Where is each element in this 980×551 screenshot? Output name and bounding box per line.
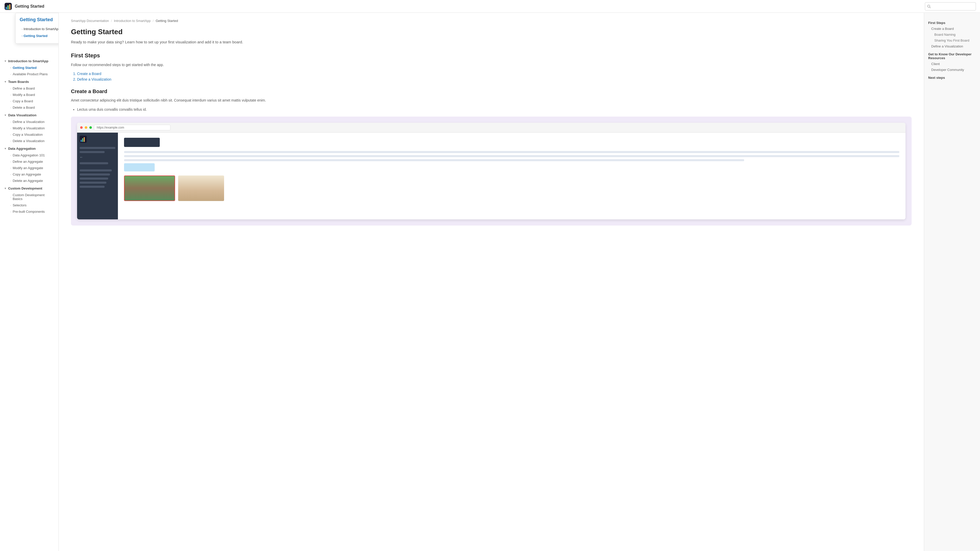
sidebar-item-prebuilt[interactable]: Pre-built Components (6, 208, 59, 215)
sidebar-item-copy-board[interactable]: Copy a Board (6, 98, 59, 104)
sidebar-section-header-intro[interactable]: ▼ Introduction to SmartApp (0, 58, 59, 65)
browser-images (124, 176, 899, 201)
sidebar-item-delete-board[interactable]: Delete a Board (6, 104, 59, 111)
logo[interactable]: Getting Started (4, 2, 45, 11)
browser-logo-icon (80, 136, 87, 143)
toc-item-dev-resources[interactable]: Get to Know Our Developer Resources (928, 51, 976, 61)
create-board-text: Amet consectetur adipiscing elit duis tr… (71, 97, 912, 103)
breadcrumb-sep-1: / (111, 19, 112, 23)
sidebar-item-delete-agg[interactable]: Delete an Aggregate (6, 178, 59, 184)
app-title: Getting Started (15, 4, 45, 9)
sidebar-section-items-custom-dev: Custom Development Basics Selectors Pre-… (0, 192, 59, 215)
dropdown-item-intro[interactable]: Introduction to SmartApp (20, 25, 59, 32)
sidebar-section-label-team-boards: Team Boards (8, 80, 29, 84)
browser-menu-item-3 (80, 178, 108, 179)
dropdown-title: Getting Started (20, 17, 59, 22)
bullet-1: Lectus urna duis convallis convallis tel… (77, 107, 912, 111)
search-icon (927, 5, 931, 8)
browser-menu-item-2 (80, 173, 110, 176)
search-button[interactable] (925, 2, 976, 11)
browser-main-btn (124, 138, 160, 147)
browser-sidebar-bar-3 (80, 162, 108, 164)
left-sidebar: Getting Started Introduction to SmartApp… (0, 13, 59, 551)
sidebar-item-modify-board[interactable]: Modify a Board (6, 92, 59, 98)
first-steps-heading: First Steps (71, 52, 912, 59)
step-1-create-board[interactable]: Create a Board (77, 72, 912, 76)
sidebar-item-selectors[interactable]: Selectors (6, 202, 59, 208)
sidebar-item-define-board[interactable]: Define a Board (6, 85, 59, 92)
sidebar-item-delete-viz[interactable]: Delete a Visualization (6, 138, 59, 144)
sidebar-section-label-data-viz: Data Visualization (8, 113, 37, 117)
browser-url-bar[interactable]: https://example.com (94, 125, 170, 130)
sidebar-item-agg-101[interactable]: Data Aggregation 101 (6, 152, 59, 159)
svg-rect-9 (84, 137, 85, 142)
chevron-down-icon-3: ▼ (4, 114, 6, 117)
create-board-bullets: Lectus urna duis convallis convallis tel… (71, 107, 912, 111)
breadcrumb-current: Getting Started (156, 19, 178, 23)
create-board-heading: Create a Board (71, 89, 912, 94)
svg-rect-3 (9, 4, 11, 10)
sidebar-section-header-team-boards[interactable]: ▼ Team Boards (0, 78, 59, 85)
sidebar-item-define-agg[interactable]: Define an Aggregate (6, 159, 59, 165)
page-title: Getting Started (71, 28, 912, 36)
sidebar-section-label-custom-dev: Custom Development (8, 186, 42, 190)
svg-rect-1 (6, 7, 7, 10)
sidebar-item-define-viz[interactable]: Define a Visualization (6, 119, 59, 125)
browser-dot-yellow (85, 126, 87, 129)
toc-item-define-viz[interactable]: Define a Visualization (928, 43, 976, 49)
chevron-down-icon-2: ▼ (4, 80, 6, 83)
main-content: SmartApp Documentation / Introduction to… (59, 13, 924, 551)
sidebar-section-data-viz: ▼ Data Visualization Define a Visualizat… (0, 112, 59, 144)
top-nav: Getting Started (0, 0, 980, 13)
sidebar-item-modify-agg[interactable]: Modify an Aggregate (6, 165, 59, 171)
search-area (925, 2, 976, 11)
sidebar-item-modify-viz[interactable]: Modify a Visualization (6, 125, 59, 131)
chevron-down-icon: ▼ (4, 60, 6, 62)
toc-item-first-steps[interactable]: First Steps (928, 20, 976, 26)
browser-bar: https://example.com (77, 123, 905, 133)
breadcrumb: SmartApp Documentation / Introduction to… (71, 19, 912, 23)
browser-text-line-3 (124, 159, 744, 161)
toc-item-next-steps[interactable]: Next steps (928, 75, 976, 81)
sidebar-section-data-agg: ▼ Data Aggregation Data Aggregation 101 … (0, 145, 59, 184)
toc-sidebar: First Steps Create a Board Board Naming … (924, 13, 980, 551)
chevron-down-icon-5: ▼ (4, 187, 6, 190)
browser-app-sidebar: ← (77, 133, 118, 219)
sidebar-section-header-data-agg[interactable]: ▼ Data Aggregation (0, 145, 59, 152)
browser-back-arrow: ← (80, 155, 115, 159)
sidebar-item-copy-agg[interactable]: Copy an Aggregate (6, 171, 59, 178)
sidebar-section-header-custom-dev[interactable]: ▼ Custom Development (0, 185, 59, 192)
browser-text-line-2 (124, 155, 899, 157)
browser-image-1 (124, 176, 175, 201)
browser-dot-green (89, 126, 92, 129)
breadcrumb-smartapp-docs[interactable]: SmartApp Documentation (71, 19, 109, 23)
sidebar-section-custom-dev: ▼ Custom Development Custom Development … (0, 185, 59, 215)
toc-item-sharing-board[interactable]: Sharing You First Board (928, 38, 976, 43)
step-2-define-viz[interactable]: Define a Visualization (77, 77, 912, 81)
svg-rect-2 (7, 5, 9, 10)
browser-menu-item-4 (80, 182, 107, 184)
sidebar-item-product-plans[interactable]: Available Product Plans (6, 71, 59, 77)
toc-item-board-naming[interactable]: Board Naming (928, 32, 976, 38)
sidebar-section-items-intro: Getting Started Available Product Plans (0, 65, 59, 77)
toc-item-create-board[interactable]: Create a Board (928, 26, 976, 32)
sidebar-section-label-data-agg: Data Aggregation (8, 147, 36, 151)
browser-main-area (118, 133, 905, 219)
sidebar-item-custom-dev-basics[interactable]: Custom Development Basics (6, 192, 59, 202)
sidebar-section-items-data-agg: Data Aggregation 101 Define an Aggregate… (0, 152, 59, 184)
sidebar-section-items-data-viz: Define a Visualization Modify a Visualiz… (0, 119, 59, 144)
sidebar-item-copy-viz[interactable]: Copy a Visualization (6, 131, 59, 138)
toc-item-dev-community[interactable]: Developer Community (928, 67, 976, 73)
sidebar-section-header-data-viz[interactable]: ▼ Data Visualization (0, 112, 59, 119)
toc-item-client[interactable]: Client (928, 61, 976, 67)
browser-sidebar-logo (80, 136, 115, 143)
nav-dropdown: Getting Started Introduction to SmartApp… (15, 13, 59, 44)
browser-secondary-btn (124, 163, 155, 171)
breadcrumb-intro[interactable]: Introduction to SmartApp (114, 19, 151, 23)
sidebar-item-getting-started[interactable]: Getting Started (6, 65, 59, 71)
sidebar-section-intro: ▼ Introduction to SmartApp Getting Start… (0, 58, 59, 77)
browser-text-line-1 (124, 151, 899, 153)
dropdown-item-getting-started[interactable]: Getting Started (20, 32, 59, 39)
first-steps-intro: Follow our recommended steps to get star… (71, 62, 912, 68)
sidebar-section-items-team-boards: Define a Board Modify a Board Copy a Boa… (0, 85, 59, 111)
